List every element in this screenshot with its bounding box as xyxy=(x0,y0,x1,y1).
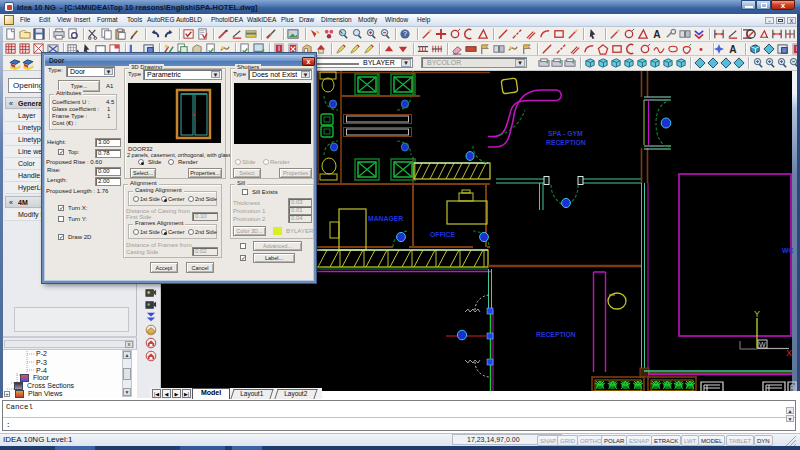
svg-text:A: A xyxy=(729,44,737,55)
svg-text:SPA - GYM: SPA - GYM xyxy=(548,130,583,137)
svg-text:Y: Y xyxy=(754,309,760,319)
svg-text:MANAGER: MANAGER xyxy=(368,215,403,222)
svg-text:RECEPTION: RECEPTION xyxy=(536,331,576,338)
svg-text:X: X xyxy=(786,348,792,358)
svg-text:?: ? xyxy=(403,29,407,38)
svg-text:RECEPTION: RECEPTION xyxy=(546,139,586,146)
svg-text:OFFICE: OFFICE xyxy=(430,231,455,238)
svg-text:W: W xyxy=(759,341,766,348)
svg-text:A: A xyxy=(653,29,661,40)
svg-text:WC: WC xyxy=(782,247,793,254)
svg-text:I: I xyxy=(278,44,280,53)
